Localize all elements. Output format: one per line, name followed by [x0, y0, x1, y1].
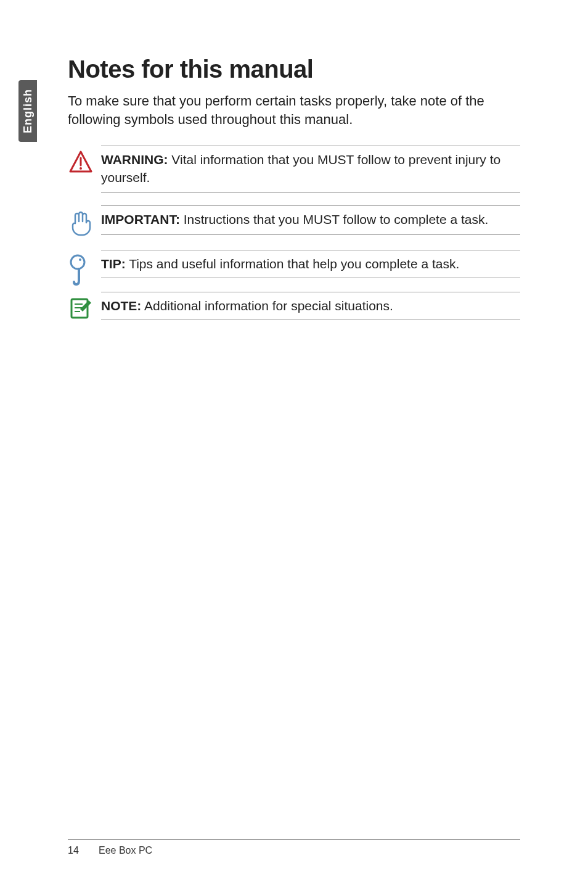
svg-point-1 [80, 167, 82, 170]
note-label: NOTE: [101, 299, 141, 313]
notepad-icon [68, 292, 101, 321]
language-side-tab: English [18, 80, 37, 142]
note-note: NOTE: Additional information for special… [68, 292, 520, 321]
note-important-body: IMPORTANT: Instructions that you MUST fo… [101, 205, 520, 235]
note-tip-body: TIP: Tips and useful information that he… [101, 250, 520, 278]
svg-point-3 [79, 258, 81, 261]
page-container: English Notes for this manual To make su… [0, 0, 588, 887]
hand-icon [68, 205, 101, 237]
svg-point-2 [71, 255, 84, 269]
note-warning-body: WARNING: Vital information that you MUST… [101, 146, 520, 193]
page-heading: Notes for this manual [68, 56, 520, 83]
note-tip: TIP: Tips and useful information that he… [68, 250, 520, 287]
magnifier-icon [68, 250, 101, 287]
note-important: IMPORTANT: Instructions that you MUST fo… [68, 205, 520, 237]
footer-title: Eee Box PC [99, 845, 152, 856]
note-warning: WARNING: Vital information that you MUST… [68, 146, 520, 193]
note-note-body: NOTE: Additional information for special… [101, 292, 520, 320]
warning-icon [68, 146, 101, 175]
important-text: Instructions that you MUST follow to com… [180, 212, 488, 226]
intro-paragraph: To make sure that you perform certain ta… [68, 92, 512, 128]
warning-label: WARNING: [101, 152, 168, 167]
important-label: IMPORTANT: [101, 212, 180, 226]
page-footer: 14 Eee Box PC [68, 840, 520, 856]
page-number: 14 [68, 845, 86, 856]
language-label: English [22, 89, 35, 133]
note-text: Additional information for special situa… [141, 299, 393, 313]
tip-text: Tips and useful information that help yo… [126, 257, 460, 271]
tip-label: TIP: [101, 257, 126, 271]
